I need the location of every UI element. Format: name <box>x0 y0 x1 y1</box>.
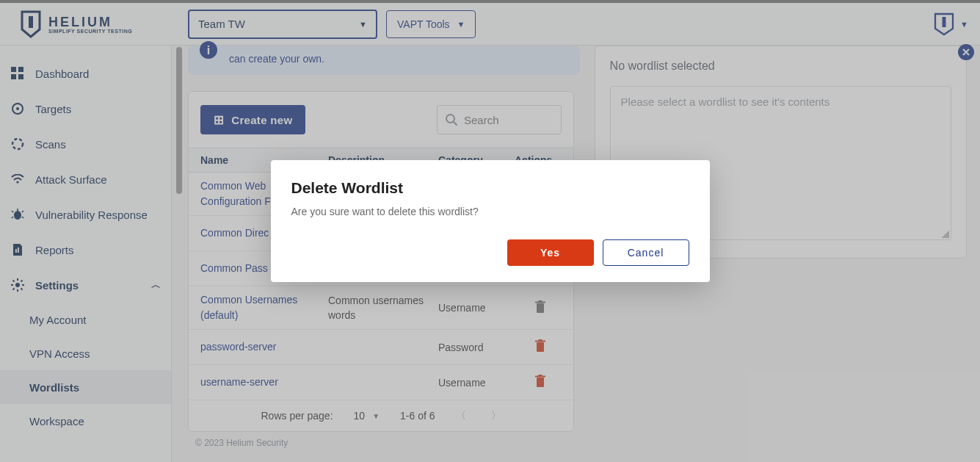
modal-message: Are you sure want to delete this wordlis… <box>291 206 689 217</box>
confirm-yes-button[interactable]: Yes <box>507 239 594 266</box>
modal-overlay[interactable]: Delete Wordlist Are you sure want to del… <box>0 0 980 462</box>
cancel-button[interactable]: Cancel <box>603 239 689 266</box>
delete-wordlist-modal: Delete Wordlist Are you sure want to del… <box>271 160 710 282</box>
modal-title: Delete Wordlist <box>291 179 689 197</box>
